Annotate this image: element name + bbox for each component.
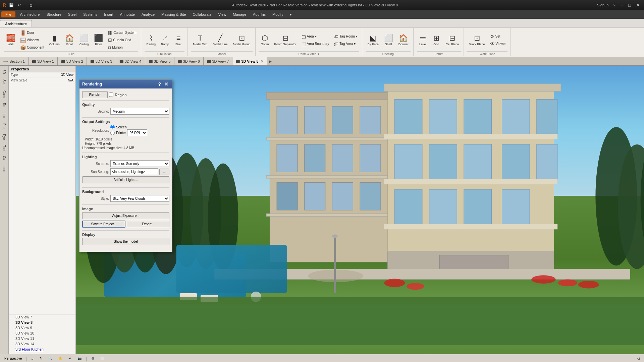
menu-systems[interactable]: Systems (80, 11, 101, 17)
menu-collaborate[interactable]: Collaborate (189, 11, 215, 17)
vp-home-btn[interactable]: ⌂ (29, 356, 36, 361)
menu-view[interactable]: View (215, 11, 230, 17)
region-checkbox[interactable] (109, 93, 113, 97)
help-btn[interactable]: ? (612, 3, 616, 7)
menu-annotate[interactable]: Annotate (117, 11, 138, 17)
save-to-project-btn[interactable]: Save to Project... (82, 221, 125, 228)
grid-btn[interactable]: ⊞Grid (430, 34, 442, 47)
shaft-btn[interactable]: ⬜Shaft (382, 34, 395, 47)
adjust-exposure-btn[interactable]: Adjust Exposure... (82, 212, 169, 219)
mullion-btn[interactable]: ⧈Mullion (106, 44, 138, 51)
tree-item-3dview10[interactable]: 3D View 10 (9, 330, 75, 336)
vp-scroll-btn[interactable]: ◁ (635, 356, 642, 361)
menu-extra[interactable]: ▾ (286, 11, 295, 18)
vp-region-btn[interactable]: ⬜ (98, 356, 107, 361)
sidebar-pro-btn[interactable]: Pro (1, 121, 8, 131)
room-btn[interactable]: ⬡Room (259, 34, 271, 47)
menu-addins[interactable]: Add-Ins (250, 11, 269, 17)
component-btn[interactable]: 📦Component (18, 44, 46, 51)
menu-structure[interactable]: Structure (43, 11, 65, 17)
view-tab-3dview1[interactable]: ⬛ 3D View 1 (29, 57, 58, 65)
viewport[interactable]: Rendering ? ✕ Render Region Quality (76, 66, 644, 354)
sidebar-loc-btn[interactable]: Loc (1, 110, 8, 120)
menu-analyze[interactable]: Analyze (138, 11, 158, 17)
quick-access-print[interactable]: 🖨 (28, 3, 34, 7)
view-tab-3dview7[interactable]: ⬛ 3D View 7 (204, 57, 233, 65)
close-3dview8-btn[interactable]: ✕ (261, 60, 263, 63)
sun-setting-input[interactable] (110, 168, 158, 175)
railing-btn[interactable]: ⌇Railing (145, 34, 158, 47)
dpi-select[interactable]: 96 DPI (127, 129, 147, 136)
menu-file[interactable]: File (1, 11, 15, 17)
printer-radio[interactable] (110, 131, 115, 135)
menu-modify[interactable]: Modify (269, 11, 286, 17)
tree-item-3dview14[interactable]: 3D View 14 (9, 341, 75, 347)
tree-item-3dview8[interactable]: 3D View 8 (9, 320, 75, 325)
tab-scroll-right[interactable]: ▶ (267, 59, 274, 64)
view-tab-3dview4[interactable]: ⬛ 3D View 4 (116, 57, 145, 65)
sidebar-iden-btn[interactable]: Iden (1, 163, 8, 174)
sun-more-btn[interactable]: ... (159, 169, 169, 175)
curtain-system-btn[interactable]: ▦Curtain System (106, 29, 138, 36)
tree-item-3dview9[interactable]: 3D View 9 (9, 325, 75, 330)
view-tab-3dview2[interactable]: ⬛ 3D View 2 (58, 57, 87, 65)
menu-architecture[interactable]: Architecture (17, 11, 43, 17)
door-btn[interactable]: 🚪Door (18, 29, 46, 36)
model-line-btn[interactable]: ╱Model Line (211, 34, 229, 47)
maximize-btn[interactable]: □ (627, 3, 632, 8)
view-tab-3dview8[interactable]: ⬛ 3D View 8 ✕ (232, 57, 267, 65)
tree-item-3dview7[interactable]: 3D View 7 (9, 314, 75, 320)
minimize-btn[interactable]: − (619, 3, 625, 8)
quick-access-undo[interactable]: ↩ (17, 3, 22, 7)
menu-manage[interactable]: Manage (229, 11, 250, 17)
quick-access-save[interactable]: 💾 (8, 3, 15, 7)
show-model-btn[interactable]: Show the model (82, 238, 169, 245)
vp-render-btn[interactable]: 📷 (75, 356, 84, 361)
vp-pan-btn[interactable]: ✋ (56, 356, 65, 361)
menu-steel[interactable]: Steel (65, 11, 80, 17)
sidebar-3d-btn[interactable]: 3D (1, 67, 8, 76)
sidebar-ca-btn[interactable]: Ca (1, 154, 8, 163)
export-btn[interactable]: Export... (127, 221, 169, 227)
viewer-btn[interactable]: 👁Viewer (488, 41, 507, 47)
area-boundary-btn[interactable]: ⬚Area Boundary (300, 41, 331, 47)
vp-settings-btn[interactable]: ⚙ (89, 356, 97, 361)
ceiling-btn[interactable]: ⬜Ceiling (77, 34, 91, 47)
quality-setting-select[interactable]: Medium (110, 108, 169, 115)
floor-btn[interactable]: ⬛Floor (92, 34, 105, 47)
stair-btn[interactable]: ≡Stair (172, 34, 184, 47)
menu-massing[interactable]: Massing & Site (158, 11, 189, 17)
dialog-title-bar[interactable]: Rendering ? ✕ (79, 80, 172, 88)
close-btn[interactable]: ✕ (635, 3, 641, 8)
dialog-help-btn[interactable]: ? (157, 81, 162, 87)
lighting-scheme-select[interactable]: Exterior: Sun only (110, 160, 169, 167)
curtain-grid-btn[interactable]: ⊞Curtain Grid (106, 37, 138, 43)
screen-radio[interactable] (110, 125, 115, 129)
dialog-close-btn[interactable]: ✕ (163, 81, 169, 87)
ramp-btn[interactable]: ⟋Ramp (159, 34, 171, 47)
level-btn[interactable]: ═Level (417, 34, 429, 47)
sidebar-tab-btn[interactable]: Tab (1, 143, 8, 153)
column-btn[interactable]: ▮Column (47, 34, 62, 47)
view-tab-3dview5[interactable]: ⬛ 3D View 5 (145, 57, 174, 65)
ribbon-tab-architecture[interactable]: Architecture (0, 20, 32, 27)
wall-btn[interactable]: 🧱Wall (4, 34, 17, 47)
area-btn[interactable]: ▢Area ▾ (300, 33, 331, 40)
vp-sun-btn[interactable]: ☀ (66, 356, 74, 361)
view-tab-3dview3[interactable]: ⬛ 3D View 3 (87, 57, 116, 65)
sidebar-cam-btn[interactable]: Cam (1, 88, 8, 100)
tag-area-btn[interactable]: 🏷Tag Area ▾ (332, 41, 359, 47)
ref-plane-btn[interactable]: ⊟Ref Plane (444, 34, 461, 47)
sidebar-re-btn[interactable]: Re (1, 101, 8, 110)
sign-in-btn[interactable]: Sign In (596, 3, 609, 7)
vp-rotate-btn[interactable]: ↻ (37, 356, 45, 361)
vp-zoom-btn[interactable]: 🔍 (46, 356, 55, 361)
by-face-btn[interactable]: ⬕By Face (366, 34, 381, 47)
tree-item-3dview11[interactable]: 3D View 11 (9, 336, 75, 341)
work-plane-btn[interactable]: ⊡Work Plane (467, 34, 487, 47)
dormer-btn[interactable]: 🏠Dormer (396, 34, 411, 47)
menu-insert[interactable]: Insert (101, 11, 117, 17)
artificial-lights-btn[interactable]: Artificial Lights... (82, 176, 169, 183)
background-style-select[interactable]: Sky: Very Few Clouds (110, 195, 169, 202)
room-separator-btn[interactable]: ⊟Room Separator (272, 34, 299, 47)
